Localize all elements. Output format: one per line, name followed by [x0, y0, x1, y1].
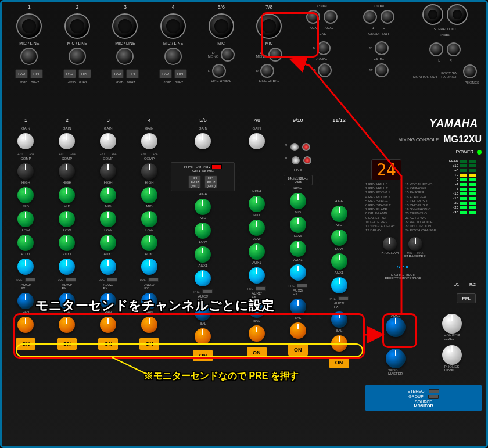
aux2-knob-4[interactable]	[141, 293, 157, 309]
aux2-knob-11[interactable]	[331, 311, 347, 328]
high-knob-11[interactable]	[331, 206, 347, 222]
hpf-button-1[interactable]: HPF	[30, 69, 43, 78]
pre-button-5[interactable]	[202, 289, 213, 293]
gain-knob-1[interactable]	[17, 133, 34, 149]
mid-knob-7[interactable]	[249, 220, 265, 236]
line-jack-1[interactable]	[20, 48, 38, 65]
aux1-master-knob[interactable]	[386, 317, 406, 337]
aux1-knob-2[interactable]	[59, 259, 75, 275]
phones-jack[interactable]	[463, 64, 477, 78]
aux2-knob-9[interactable]	[290, 299, 306, 315]
monitor-stereo-btn[interactable]	[429, 389, 439, 393]
aux2-knob-2[interactable]	[59, 293, 75, 309]
pre-button-9[interactable]	[297, 284, 307, 288]
line-jack-4[interactable]	[164, 48, 182, 65]
monitor-out-r[interactable]	[447, 42, 461, 56]
high-knob-3[interactable]	[100, 187, 116, 203]
low-knob-3[interactable]	[100, 235, 116, 251]
aux2-send-jack[interactable]	[324, 10, 338, 24]
line-jack-9[interactable]	[317, 41, 331, 55]
monitor-out-l[interactable]	[429, 42, 443, 56]
parameter-knob[interactable]	[408, 237, 422, 251]
stereo-out-r[interactable]	[447, 4, 468, 25]
low-knob-2[interactable]	[59, 235, 75, 251]
mid-knob-5[interactable]	[195, 223, 211, 239]
comp-knob-1[interactable]	[17, 163, 34, 180]
bal-knob-9[interactable]	[290, 322, 306, 339]
line-jack-3[interactable]	[116, 48, 134, 65]
comp-knob-3[interactable]	[100, 163, 116, 180]
high-knob-9[interactable]	[290, 193, 306, 209]
aux2-knob-7[interactable]	[249, 302, 265, 318]
mid-knob-2[interactable]	[59, 211, 75, 227]
gain-knob-5[interactable]	[195, 133, 211, 149]
bal-knob-5[interactable]	[195, 328, 211, 345]
pad-button-2[interactable]: PAD	[63, 69, 76, 78]
gain-knob-4[interactable]	[141, 133, 157, 149]
aux1-knob-5[interactable]	[195, 270, 211, 286]
aux1-knob-9[interactable]	[290, 264, 306, 281]
group-out-2[interactable]	[381, 10, 394, 24]
pre-button-4[interactable]	[148, 278, 159, 282]
hpf-button-3[interactable]: HPF	[126, 69, 139, 78]
line-jack-2[interactable]	[69, 48, 86, 65]
aux2-knob-3[interactable]	[100, 293, 116, 309]
mid-knob-11[interactable]	[331, 230, 347, 246]
hpf-button-4[interactable]: HPF	[174, 69, 187, 78]
hpf-mic-78[interactable]: HPF 80Hz (MIC)	[204, 175, 217, 188]
xlr-jack-4[interactable]	[160, 13, 186, 39]
pan-knob-1[interactable]	[17, 317, 34, 333]
gain-knob-2[interactable]	[59, 133, 75, 149]
line-jack-5l[interactable]	[221, 48, 235, 62]
on-button-2[interactable]: ON	[57, 338, 77, 350]
low-knob-11[interactable]	[331, 253, 347, 270]
pre-button-11[interactable]	[338, 296, 349, 300]
pad-button-1[interactable]: PAD	[15, 69, 28, 78]
group-out-1[interactable]	[363, 10, 377, 24]
aux2-master-knob[interactable]	[386, 349, 406, 368]
aux1-knob-4[interactable]	[141, 259, 157, 275]
line-jack-10[interactable]	[318, 63, 332, 77]
line-jack-7r[interactable]	[260, 64, 274, 78]
rca-9l[interactable]	[290, 143, 299, 151]
phantom-switch[interactable]	[211, 164, 222, 169]
bal-knob-11[interactable]	[331, 335, 347, 352]
pad-button-4[interactable]: PAD	[159, 69, 172, 78]
aux1-knob-7[interactable]	[249, 267, 265, 284]
aux1-knob-11[interactable]	[331, 277, 347, 293]
pan-knob-3[interactable]	[100, 317, 116, 333]
comp-knob-2[interactable]	[59, 163, 75, 180]
line-jack-11[interactable]	[375, 41, 389, 55]
pfl-button[interactable]: PFL	[457, 293, 476, 303]
monitor-level-knob[interactable]	[442, 314, 462, 334]
low-knob-9[interactable]	[290, 241, 306, 257]
pan-knob-2[interactable]	[59, 317, 75, 333]
on-button-7[interactable]: ON	[247, 347, 267, 359]
xlr-jack-5[interactable]	[209, 13, 234, 39]
high-knob-5[interactable]	[195, 199, 211, 215]
hpf-mic-56[interactable]: HPF 80Hz (MIC)	[188, 175, 201, 188]
line-jack-12[interactable]	[375, 63, 389, 77]
mid-knob-1[interactable]	[17, 211, 34, 227]
pad-button-3[interactable]: PAD	[111, 69, 124, 78]
rca-10l[interactable]	[292, 156, 300, 164]
pre-button-3[interactable]	[107, 278, 117, 282]
bal-knob-7[interactable]	[249, 325, 265, 342]
gain-knob-7[interactable]	[249, 133, 265, 149]
phones-level-knob[interactable]	[442, 345, 462, 365]
xlr-jack-2[interactable]	[64, 13, 90, 39]
aux1-knob-3[interactable]	[100, 259, 116, 275]
line-jack-7l[interactable]	[268, 48, 282, 62]
on-button-11[interactable]: ON	[329, 357, 349, 368]
mid-knob-3[interactable]	[100, 211, 116, 227]
high-knob-4[interactable]	[141, 187, 157, 203]
on-button-4[interactable]: ON	[139, 338, 159, 350]
hpf-button-2[interactable]: HPF	[78, 69, 91, 78]
mid-knob-9[interactable]	[290, 217, 306, 233]
pre-button-1[interactable]	[25, 278, 35, 282]
pre-button-7[interactable]	[256, 286, 266, 291]
rca-10r[interactable]	[303, 156, 311, 164]
xlr-jack-7[interactable]	[256, 13, 282, 39]
monitor-group-btn[interactable]	[428, 395, 439, 399]
program-knob[interactable]	[383, 237, 397, 251]
